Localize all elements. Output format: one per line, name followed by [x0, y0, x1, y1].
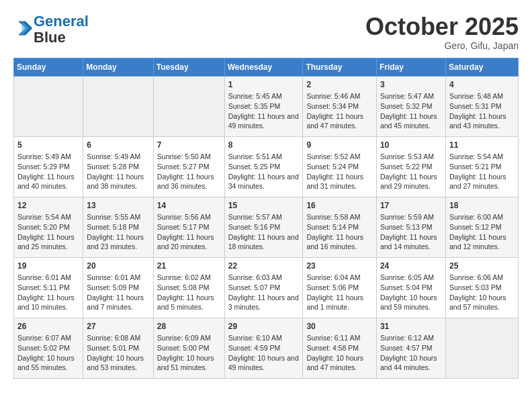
- sunset: Sunset: 5:08 PM: [157, 283, 210, 291]
- sunrise: Sunrise: 6:12 AM: [380, 334, 434, 342]
- calendar-cell: 21Sunrise: 6:02 AMSunset: 5:08 PMDayligh…: [153, 257, 224, 318]
- daylight: Daylight: 11 hours and 23 minutes.: [87, 233, 144, 251]
- daylight: Daylight: 10 hours and 47 minutes.: [306, 354, 363, 372]
- sunrise: Sunrise: 6:01 AM: [17, 273, 71, 281]
- daylight: Daylight: 11 hours and 3 minutes.: [228, 293, 299, 312]
- sunset: Sunset: 5:03 PM: [449, 283, 502, 291]
- sunset: Sunset: 5:35 PM: [228, 102, 281, 110]
- day-number: 13: [87, 200, 149, 212]
- daylight: Daylight: 11 hours and 38 minutes.: [87, 173, 144, 191]
- calendar-cell: 15Sunrise: 5:57 AMSunset: 5:16 PMDayligh…: [224, 197, 303, 257]
- daylight: Daylight: 10 hours and 44 minutes.: [380, 354, 437, 372]
- sunrise: Sunrise: 6:08 AM: [87, 334, 140, 342]
- sunrise: Sunrise: 5:59 AM: [380, 213, 434, 221]
- sunset: Sunset: 5:00 PM: [157, 344, 210, 352]
- day-number: 9: [306, 140, 373, 151]
- calendar-cell: 20Sunrise: 6:01 AMSunset: 5:09 PMDayligh…: [83, 257, 153, 318]
- calendar-cell: 6Sunrise: 5:49 AMSunset: 5:28 PMDaylight…: [83, 136, 153, 197]
- sunset: Sunset: 5:18 PM: [87, 223, 139, 231]
- calendar-cell: 12Sunrise: 5:54 AMSunset: 5:20 PMDayligh…: [14, 197, 83, 257]
- page-header: GeneralBlue October 2025 Gero, Gifu, Jap…: [13, 13, 519, 51]
- day-number: 20: [87, 261, 149, 272]
- calendar-cell: 14Sunrise: 5:56 AMSunset: 5:17 PMDayligh…: [153, 197, 224, 257]
- calendar-cell: 22Sunrise: 6:03 AMSunset: 5:07 PMDayligh…: [224, 257, 303, 318]
- calendar-cell: 3Sunrise: 5:47 AMSunset: 5:32 PMDaylight…: [376, 76, 445, 136]
- daylight: Daylight: 11 hours and 25 minutes.: [17, 233, 75, 251]
- sunrise: Sunrise: 6:04 AM: [306, 273, 360, 281]
- title-block: October 2025 Gero, Gifu, Japan: [365, 13, 519, 51]
- daylight: Daylight: 11 hours and 20 minutes.: [157, 233, 214, 251]
- sunset: Sunset: 5:20 PM: [17, 223, 70, 231]
- weekday-header-tuesday: Tuesday: [153, 58, 224, 76]
- day-number: 25: [449, 261, 515, 272]
- sunrise: Sunrise: 5:55 AM: [87, 213, 140, 221]
- sunrise: Sunrise: 5:58 AM: [306, 213, 360, 221]
- calendar-cell: 26Sunrise: 6:07 AMSunset: 5:02 PMDayligh…: [14, 318, 83, 378]
- day-number: 29: [228, 321, 300, 332]
- daylight: Daylight: 11 hours and 1 minute.: [306, 293, 363, 312]
- calendar-cell: [445, 318, 518, 378]
- weekday-header-saturday: Saturday: [445, 58, 518, 76]
- sunrise: Sunrise: 5:46 AM: [306, 92, 360, 100]
- calendar-cell: [153, 76, 224, 136]
- daylight: Daylight: 11 hours and 29 minutes.: [380, 173, 437, 191]
- calendar-cell: 23Sunrise: 6:04 AMSunset: 5:06 PMDayligh…: [303, 257, 377, 318]
- day-number: 3: [380, 79, 442, 91]
- weekday-header-friday: Friday: [376, 58, 445, 76]
- sunset: Sunset: 5:21 PM: [449, 163, 502, 171]
- sunrise: Sunrise: 5:50 AM: [157, 152, 211, 161]
- daylight: Daylight: 11 hours and 10 minutes.: [17, 293, 75, 312]
- sunrise: Sunrise: 5:56 AM: [157, 213, 211, 221]
- sunrise: Sunrise: 5:54 AM: [17, 213, 71, 221]
- calendar-cell: 25Sunrise: 6:06 AMSunset: 5:03 PMDayligh…: [445, 257, 518, 318]
- daylight: Daylight: 11 hours and 49 minutes.: [228, 112, 299, 130]
- day-number: 4: [449, 79, 515, 91]
- sunset: Sunset: 4:59 PM: [228, 344, 281, 352]
- day-number: 23: [306, 261, 373, 272]
- sunrise: Sunrise: 6:02 AM: [157, 273, 211, 281]
- day-number: 17: [380, 200, 442, 212]
- day-number: 15: [228, 200, 300, 212]
- calendar-cell: 28Sunrise: 6:09 AMSunset: 5:00 PMDayligh…: [153, 318, 224, 378]
- day-number: 2: [306, 79, 373, 91]
- daylight: Daylight: 11 hours and 36 minutes.: [157, 173, 214, 191]
- calendar-cell: 8Sunrise: 5:51 AMSunset: 5:25 PMDaylight…: [224, 136, 303, 197]
- sunset: Sunset: 5:13 PM: [380, 223, 433, 231]
- sunset: Sunset: 5:01 PM: [87, 344, 139, 352]
- location: Gero, Gifu, Japan: [365, 40, 519, 51]
- sunset: Sunset: 5:17 PM: [157, 223, 210, 231]
- daylight: Daylight: 11 hours and 27 minutes.: [449, 173, 506, 191]
- sunset: Sunset: 5:22 PM: [380, 163, 433, 171]
- sunrise: Sunrise: 6:06 AM: [449, 273, 503, 281]
- daylight: Daylight: 11 hours and 34 minutes.: [228, 173, 299, 191]
- day-number: 10: [380, 140, 442, 151]
- daylight: Daylight: 11 hours and 14 minutes.: [380, 233, 437, 251]
- sunset: Sunset: 5:29 PM: [17, 163, 70, 171]
- day-number: 14: [157, 200, 221, 212]
- calendar-cell: 13Sunrise: 5:55 AMSunset: 5:18 PMDayligh…: [83, 197, 153, 257]
- calendar-cell: [83, 76, 153, 136]
- sunrise: Sunrise: 5:52 AM: [306, 152, 360, 161]
- day-number: 16: [306, 200, 373, 212]
- sunrise: Sunrise: 5:51 AM: [228, 152, 282, 161]
- day-number: 28: [157, 321, 221, 332]
- day-number: 6: [87, 140, 149, 151]
- logo-icon: [15, 19, 34, 38]
- sunrise: Sunrise: 5:48 AM: [449, 92, 503, 100]
- sunset: Sunset: 5:28 PM: [87, 163, 139, 171]
- sunset: Sunset: 5:25 PM: [228, 163, 281, 171]
- day-number: 26: [17, 321, 79, 332]
- calendar-cell: 29Sunrise: 6:10 AMSunset: 4:59 PMDayligh…: [224, 318, 303, 378]
- sunrise: Sunrise: 5:49 AM: [87, 152, 140, 161]
- sunrise: Sunrise: 5:57 AM: [228, 213, 282, 221]
- daylight: Daylight: 11 hours and 16 minutes.: [306, 233, 363, 251]
- day-number: 1: [228, 79, 300, 91]
- sunset: Sunset: 4:58 PM: [306, 344, 359, 352]
- weekday-header-thursday: Thursday: [303, 58, 377, 76]
- sunset: Sunset: 5:04 PM: [380, 283, 433, 291]
- month-title: October 2025: [365, 13, 519, 40]
- daylight: Daylight: 11 hours and 12 minutes.: [449, 233, 506, 251]
- daylight: Daylight: 10 hours and 53 minutes.: [87, 354, 144, 372]
- calendar-cell: 19Sunrise: 6:01 AMSunset: 5:11 PMDayligh…: [14, 257, 83, 318]
- sunset: Sunset: 5:09 PM: [87, 283, 139, 291]
